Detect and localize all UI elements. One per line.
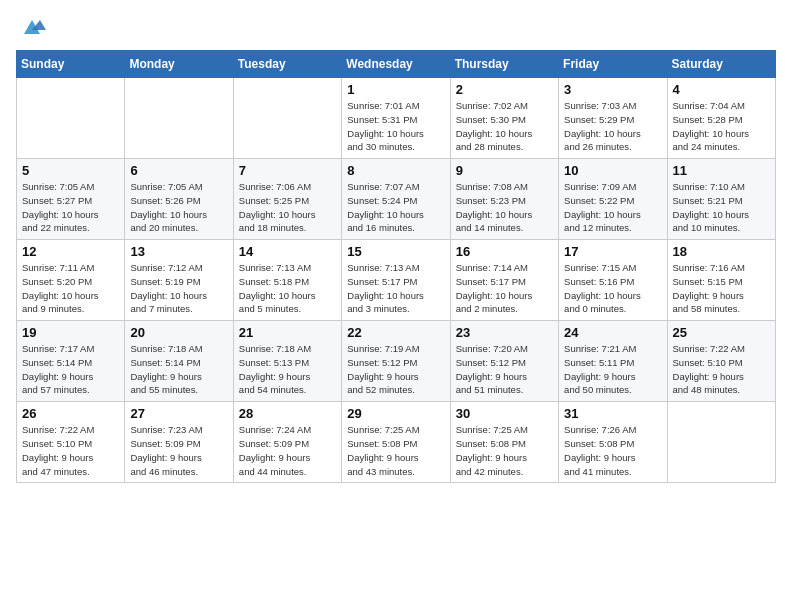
day-number: 14 — [239, 244, 336, 259]
day-number: 7 — [239, 163, 336, 178]
day-info: Sunrise: 7:05 AM Sunset: 5:26 PM Dayligh… — [130, 180, 227, 235]
day-info: Sunrise: 7:01 AM Sunset: 5:31 PM Dayligh… — [347, 99, 444, 154]
weekday-header-monday: Monday — [125, 51, 233, 78]
calendar-cell: 8Sunrise: 7:07 AM Sunset: 5:24 PM Daylig… — [342, 159, 450, 240]
day-number: 12 — [22, 244, 119, 259]
day-info: Sunrise: 7:13 AM Sunset: 5:18 PM Dayligh… — [239, 261, 336, 316]
calendar-cell: 27Sunrise: 7:23 AM Sunset: 5:09 PM Dayli… — [125, 402, 233, 483]
calendar-cell: 15Sunrise: 7:13 AM Sunset: 5:17 PM Dayli… — [342, 240, 450, 321]
day-info: Sunrise: 7:19 AM Sunset: 5:12 PM Dayligh… — [347, 342, 444, 397]
weekday-header-sunday: Sunday — [17, 51, 125, 78]
day-info: Sunrise: 7:18 AM Sunset: 5:14 PM Dayligh… — [130, 342, 227, 397]
day-number: 18 — [673, 244, 770, 259]
day-info: Sunrise: 7:07 AM Sunset: 5:24 PM Dayligh… — [347, 180, 444, 235]
calendar-cell: 9Sunrise: 7:08 AM Sunset: 5:23 PM Daylig… — [450, 159, 558, 240]
day-number: 2 — [456, 82, 553, 97]
calendar-cell: 6Sunrise: 7:05 AM Sunset: 5:26 PM Daylig… — [125, 159, 233, 240]
logo — [16, 16, 46, 38]
calendar-cell: 31Sunrise: 7:26 AM Sunset: 5:08 PM Dayli… — [559, 402, 667, 483]
day-info: Sunrise: 7:03 AM Sunset: 5:29 PM Dayligh… — [564, 99, 661, 154]
day-number: 5 — [22, 163, 119, 178]
calendar-cell: 25Sunrise: 7:22 AM Sunset: 5:10 PM Dayli… — [667, 321, 775, 402]
day-info: Sunrise: 7:17 AM Sunset: 5:14 PM Dayligh… — [22, 342, 119, 397]
day-number: 13 — [130, 244, 227, 259]
calendar-cell — [17, 78, 125, 159]
calendar-cell: 23Sunrise: 7:20 AM Sunset: 5:12 PM Dayli… — [450, 321, 558, 402]
day-number: 21 — [239, 325, 336, 340]
calendar-cell: 13Sunrise: 7:12 AM Sunset: 5:19 PM Dayli… — [125, 240, 233, 321]
calendar-table: SundayMondayTuesdayWednesdayThursdayFrid… — [16, 50, 776, 483]
day-number: 30 — [456, 406, 553, 421]
calendar-cell: 18Sunrise: 7:16 AM Sunset: 5:15 PM Dayli… — [667, 240, 775, 321]
day-info: Sunrise: 7:18 AM Sunset: 5:13 PM Dayligh… — [239, 342, 336, 397]
day-number: 31 — [564, 406, 661, 421]
day-info: Sunrise: 7:22 AM Sunset: 5:10 PM Dayligh… — [22, 423, 119, 478]
calendar-cell: 7Sunrise: 7:06 AM Sunset: 5:25 PM Daylig… — [233, 159, 341, 240]
day-number: 19 — [22, 325, 119, 340]
calendar-cell: 16Sunrise: 7:14 AM Sunset: 5:17 PM Dayli… — [450, 240, 558, 321]
calendar-cell: 3Sunrise: 7:03 AM Sunset: 5:29 PM Daylig… — [559, 78, 667, 159]
calendar-cell: 5Sunrise: 7:05 AM Sunset: 5:27 PM Daylig… — [17, 159, 125, 240]
day-info: Sunrise: 7:02 AM Sunset: 5:30 PM Dayligh… — [456, 99, 553, 154]
calendar-cell — [233, 78, 341, 159]
calendar-cell: 14Sunrise: 7:13 AM Sunset: 5:18 PM Dayli… — [233, 240, 341, 321]
day-info: Sunrise: 7:08 AM Sunset: 5:23 PM Dayligh… — [456, 180, 553, 235]
day-info: Sunrise: 7:11 AM Sunset: 5:20 PM Dayligh… — [22, 261, 119, 316]
weekday-header-wednesday: Wednesday — [342, 51, 450, 78]
day-number: 10 — [564, 163, 661, 178]
day-info: Sunrise: 7:14 AM Sunset: 5:17 PM Dayligh… — [456, 261, 553, 316]
day-info: Sunrise: 7:06 AM Sunset: 5:25 PM Dayligh… — [239, 180, 336, 235]
calendar-cell: 17Sunrise: 7:15 AM Sunset: 5:16 PM Dayli… — [559, 240, 667, 321]
day-info: Sunrise: 7:13 AM Sunset: 5:17 PM Dayligh… — [347, 261, 444, 316]
day-number: 17 — [564, 244, 661, 259]
day-number: 24 — [564, 325, 661, 340]
calendar-cell: 21Sunrise: 7:18 AM Sunset: 5:13 PM Dayli… — [233, 321, 341, 402]
day-info: Sunrise: 7:04 AM Sunset: 5:28 PM Dayligh… — [673, 99, 770, 154]
day-number: 26 — [22, 406, 119, 421]
day-number: 6 — [130, 163, 227, 178]
calendar-cell: 19Sunrise: 7:17 AM Sunset: 5:14 PM Dayli… — [17, 321, 125, 402]
day-number: 16 — [456, 244, 553, 259]
day-number: 11 — [673, 163, 770, 178]
calendar-cell: 12Sunrise: 7:11 AM Sunset: 5:20 PM Dayli… — [17, 240, 125, 321]
day-info: Sunrise: 7:09 AM Sunset: 5:22 PM Dayligh… — [564, 180, 661, 235]
day-number: 3 — [564, 82, 661, 97]
day-info: Sunrise: 7:24 AM Sunset: 5:09 PM Dayligh… — [239, 423, 336, 478]
day-info: Sunrise: 7:20 AM Sunset: 5:12 PM Dayligh… — [456, 342, 553, 397]
day-number: 4 — [673, 82, 770, 97]
day-info: Sunrise: 7:15 AM Sunset: 5:16 PM Dayligh… — [564, 261, 661, 316]
day-info: Sunrise: 7:12 AM Sunset: 5:19 PM Dayligh… — [130, 261, 227, 316]
weekday-header-saturday: Saturday — [667, 51, 775, 78]
calendar-cell: 11Sunrise: 7:10 AM Sunset: 5:21 PM Dayli… — [667, 159, 775, 240]
day-number: 25 — [673, 325, 770, 340]
day-number: 8 — [347, 163, 444, 178]
calendar-cell: 29Sunrise: 7:25 AM Sunset: 5:08 PM Dayli… — [342, 402, 450, 483]
weekday-header-thursday: Thursday — [450, 51, 558, 78]
calendar-cell: 30Sunrise: 7:25 AM Sunset: 5:08 PM Dayli… — [450, 402, 558, 483]
day-info: Sunrise: 7:05 AM Sunset: 5:27 PM Dayligh… — [22, 180, 119, 235]
day-number: 15 — [347, 244, 444, 259]
day-info: Sunrise: 7:16 AM Sunset: 5:15 PM Dayligh… — [673, 261, 770, 316]
day-number: 29 — [347, 406, 444, 421]
calendar-cell: 2Sunrise: 7:02 AM Sunset: 5:30 PM Daylig… — [450, 78, 558, 159]
calendar-cell: 4Sunrise: 7:04 AM Sunset: 5:28 PM Daylig… — [667, 78, 775, 159]
day-info: Sunrise: 7:25 AM Sunset: 5:08 PM Dayligh… — [456, 423, 553, 478]
calendar-cell: 28Sunrise: 7:24 AM Sunset: 5:09 PM Dayli… — [233, 402, 341, 483]
calendar-cell: 24Sunrise: 7:21 AM Sunset: 5:11 PM Dayli… — [559, 321, 667, 402]
day-info: Sunrise: 7:25 AM Sunset: 5:08 PM Dayligh… — [347, 423, 444, 478]
day-info: Sunrise: 7:22 AM Sunset: 5:10 PM Dayligh… — [673, 342, 770, 397]
calendar-cell — [667, 402, 775, 483]
day-number: 28 — [239, 406, 336, 421]
weekday-header-tuesday: Tuesday — [233, 51, 341, 78]
calendar-cell — [125, 78, 233, 159]
day-number: 22 — [347, 325, 444, 340]
day-info: Sunrise: 7:21 AM Sunset: 5:11 PM Dayligh… — [564, 342, 661, 397]
day-number: 9 — [456, 163, 553, 178]
calendar-cell: 20Sunrise: 7:18 AM Sunset: 5:14 PM Dayli… — [125, 321, 233, 402]
day-number: 23 — [456, 325, 553, 340]
calendar-cell: 22Sunrise: 7:19 AM Sunset: 5:12 PM Dayli… — [342, 321, 450, 402]
page-header — [16, 16, 776, 38]
calendar-cell: 10Sunrise: 7:09 AM Sunset: 5:22 PM Dayli… — [559, 159, 667, 240]
weekday-header-friday: Friday — [559, 51, 667, 78]
day-number: 1 — [347, 82, 444, 97]
